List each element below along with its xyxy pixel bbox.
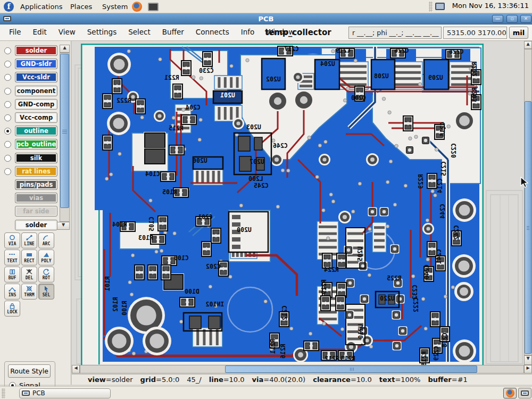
- firefox-launcher-icon[interactable]: [132, 2, 142, 12]
- minimize-button[interactable]: —: [492, 15, 503, 23]
- line-icon: [25, 234, 34, 242]
- board-label: C226: [394, 47, 409, 54]
- menubar-item-info[interactable]: Info: [235, 24, 261, 39]
- smd-component: [211, 228, 221, 244]
- layer-button-rat-lines[interactable]: rat lines: [15, 166, 57, 177]
- board-label: C202: [206, 263, 221, 270]
- route-style-button[interactable]: Route Style: [8, 364, 51, 378]
- sidebar: solderGND-sldrVcc-sldrcomponentGND-compV…: [0, 41, 71, 385]
- tool-button-del[interactable]: DEL: [21, 267, 37, 282]
- statusbar: view=soldergrid=5.0:045_/line=10.0via=40…: [72, 374, 532, 385]
- maximize-button[interactable]: ▫: [506, 15, 518, 23]
- layer-button-vcc-comp[interactable]: Vcc-comp: [15, 112, 57, 123]
- layer-button-pcb-outline[interactable]: pcb_outline: [15, 139, 57, 149]
- tool-button-thrm[interactable]: THRM: [21, 284, 37, 300]
- clock[interactable]: Mon Nov 16, 13:36:11: [452, 2, 529, 10]
- layer-button-solder[interactable]: solder: [15, 45, 57, 56]
- tool-button-ins[interactable]: INS: [4, 284, 20, 300]
- board-label: C217: [284, 45, 299, 53]
- layer-radio-outline[interactable]: [4, 128, 11, 135]
- window-titlebar[interactable]: PCB — ▫ ✕: [0, 13, 532, 24]
- menubar-item-select[interactable]: Select: [122, 24, 156, 39]
- tool-button-sel[interactable]: SEL: [38, 284, 54, 300]
- tray-firefox-icon[interactable]: [503, 388, 517, 398]
- close-button[interactable]: ✕: [520, 15, 531, 23]
- layer-scroll-up-button[interactable]: ▲: [60, 45, 70, 53]
- canvas-scroll-left-button[interactable]: ◀: [72, 365, 80, 373]
- tool-button-via[interactable]: VIA: [4, 232, 20, 248]
- board-label: Q200: [351, 94, 366, 102]
- smd-component: [181, 60, 192, 76]
- layer-radio-component[interactable]: [4, 88, 11, 95]
- menubar-item-settings[interactable]: Settings: [81, 24, 122, 39]
- layer-radio-gnd-sldr[interactable]: [4, 61, 11, 68]
- canvas-scroll-up-button[interactable]: ▲: [524, 41, 532, 49]
- layer-button-vcc-sldr[interactable]: Vcc-sldr: [15, 72, 57, 82]
- menu-places[interactable]: Places: [67, 2, 95, 12]
- taskbar: PCB: [0, 386, 532, 399]
- layer-radio-vcc-sldr[interactable]: [4, 74, 11, 81]
- tool-button-poly[interactable]: POLY: [38, 250, 54, 265]
- layer-button-vias[interactable]: vias: [15, 193, 57, 203]
- tool-button-line[interactable]: LINE: [21, 232, 37, 248]
- tool-button-arc[interactable]: ARC: [38, 232, 54, 248]
- smd-component: [102, 135, 113, 151]
- menubar-item-edit[interactable]: Edit: [27, 24, 53, 39]
- layer-radio-vcc-comp[interactable]: [4, 114, 11, 121]
- menubar-item-buffer[interactable]: Buffer: [156, 24, 190, 39]
- board-label: U210: [357, 324, 364, 339]
- canvas-scroll-down-button[interactable]: ▼: [524, 355, 532, 365]
- menubar-item-connects[interactable]: Connects: [190, 24, 235, 39]
- tool-button-rot[interactable]: ROT: [38, 267, 54, 282]
- tool-button-text[interactable]: TEXT: [4, 250, 20, 265]
- lock-icon: [8, 302, 16, 310]
- board-label: D100: [185, 288, 200, 295]
- canvas-vscrollbar-thumb[interactable]: [525, 101, 531, 354]
- menu-system[interactable]: System: [99, 2, 131, 12]
- layer-radio-gnd-comp[interactable]: [4, 101, 11, 108]
- taskbar-drag-handle[interactable]: [2, 388, 5, 398]
- tool-button-rect[interactable]: RECT: [21, 250, 37, 265]
- board-label: C201: [198, 213, 213, 221]
- layer-button-far-side[interactable]: far side: [15, 206, 57, 217]
- layer-button-silk[interactable]: silk: [15, 153, 57, 163]
- smd-component: [160, 171, 176, 182]
- tray-window-icon[interactable]: [518, 388, 531, 398]
- terminal-launcher-icon[interactable]: [148, 3, 159, 11]
- network-monitor-icon[interactable]: [435, 3, 445, 10]
- board-label: R103: [138, 234, 153, 242]
- menubar-item-view[interactable]: View: [53, 24, 81, 39]
- fedora-menu-icon[interactable]: f: [4, 2, 14, 12]
- status-text: text=100%: [379, 376, 421, 384]
- layer-button-outline[interactable]: outline: [15, 126, 57, 136]
- tool-button-buf[interactable]: BUF: [4, 267, 20, 282]
- menubar: FileEditViewSettingsSelectBufferConnects…: [0, 24, 532, 41]
- status-buffer: buffer=#1: [428, 376, 467, 384]
- board-label: R211: [269, 339, 277, 354]
- layer-button-gnd-comp[interactable]: GND-comp: [15, 99, 57, 110]
- menubar-item-file[interactable]: File: [3, 24, 27, 39]
- taskbar-item-pcb[interactable]: PCB: [19, 388, 111, 398]
- arc-icon: [42, 234, 51, 242]
- pcb-canvas[interactable]: C217C219C226C228U204U208U209R202R203U202…: [72, 41, 524, 365]
- canvas-scroll-right-button[interactable]: ▶: [524, 365, 532, 373]
- layer-button-pins-pads[interactable]: pins/pads: [15, 179, 57, 190]
- smd-component: [427, 173, 437, 189]
- layer-scroll-down-button[interactable]: ▼: [57, 222, 70, 230]
- menu-applications[interactable]: Applications: [17, 2, 65, 12]
- canvas-hscrollbar-thumb[interactable]: [225, 365, 477, 373]
- tool-button-lock[interactable]: LOCK: [4, 301, 20, 317]
- board-label: R221: [164, 74, 179, 81]
- layer-radio-rat-lines[interactable]: [4, 168, 11, 175]
- layer-button-gnd-sldr[interactable]: GND-sldr: [15, 59, 57, 69]
- units-button[interactable]: mil: [509, 27, 528, 39]
- poly-icon: [42, 251, 51, 259]
- layer-radio-silk[interactable]: [4, 155, 11, 162]
- layer-button-component[interactable]: component: [15, 86, 57, 96]
- board-label: U208: [374, 72, 389, 80]
- layer-radio-pcb-outline[interactable]: [4, 141, 11, 148]
- layer-scrollbar-thumb[interactable]: [60, 54, 69, 208]
- layer-radio-solder[interactable]: [4, 47, 11, 54]
- panel-drag-handle[interactable]: [429, 2, 433, 12]
- layer-button-solder-mask[interactable]: solder mask: [15, 220, 57, 230]
